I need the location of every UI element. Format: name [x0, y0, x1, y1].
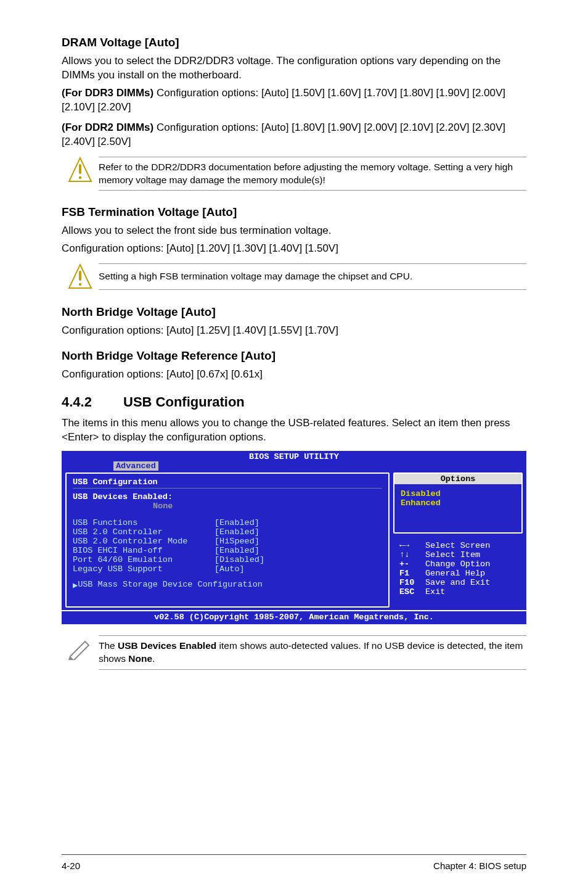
- bios-row[interactable]: Port 64/60 Emulation[Disabled]: [73, 555, 382, 564]
- svg-point-3: [79, 283, 81, 286]
- usb-title: USB Configuration: [123, 394, 245, 410]
- nbv-p1: Configuration options: [Auto] [1.25V] [1…: [62, 324, 526, 338]
- b2: None: [128, 653, 152, 664]
- help-key: +-: [399, 559, 425, 569]
- bios-row-label: USB 2.0 Controller: [73, 527, 214, 537]
- dram-ddr2: (For DDR2 DIMMs) Configuration options: …: [62, 121, 526, 149]
- bios-row-value: [Enabled]: [214, 546, 259, 555]
- bios-row-label: Port 64/60 Emulation: [73, 555, 214, 564]
- help-text: Select Item: [425, 550, 480, 559]
- bios-row-value: [Disabled]: [214, 555, 264, 564]
- fsb-warn-text: Setting a high FSB termination voltage m…: [99, 263, 526, 290]
- bios-tabbar: Advanced: [62, 461, 526, 472]
- help-text: Exit: [425, 587, 445, 596]
- bios-option[interactable]: Disabled: [401, 489, 515, 498]
- bios-left-pane: USB Configuration USB Devices Enabled: N…: [65, 472, 390, 608]
- bios-tab-advanced[interactable]: Advanced: [113, 461, 158, 471]
- bios-row[interactable]: USB Functions[Enabled]: [73, 518, 382, 527]
- help-text: Change Option: [425, 559, 490, 569]
- section-number: 4.4.2: [62, 394, 123, 410]
- nbv-title: North Bridge Voltage [Auto]: [62, 305, 526, 319]
- usb-note-text: The USB Devices Enabled item shows auto-…: [99, 635, 526, 670]
- help-text: Select Screen: [425, 541, 490, 550]
- help-text: Save and Exit: [425, 578, 490, 587]
- nbvr-p1: Configuration options: [Auto] [0.67x] [0…: [62, 368, 526, 382]
- bios-row-value: [Enabled]: [214, 518, 259, 527]
- bios-title: BIOS SETUP UTILITY: [62, 451, 526, 461]
- bios-row-value: [Auto]: [214, 564, 245, 574]
- bios-row-label: Legacy USB Support: [73, 564, 214, 574]
- bios-row-value: [Enabled]: [214, 527, 259, 537]
- nbvr-title: North Bridge Voltage Reference [Auto]: [62, 349, 526, 363]
- t1: The: [99, 640, 118, 651]
- bios-submenu[interactable]: ▶ USB Mass Storage Device Configuration: [73, 580, 382, 590]
- bios-row-label: BIOS EHCI Hand-off: [73, 546, 214, 555]
- svg-point-1: [79, 176, 81, 178]
- help-key: ←→: [399, 541, 425, 550]
- svg-rect-0: [79, 164, 81, 174]
- bios-options-box: Options Disabled Enhanced: [393, 472, 523, 534]
- warning-icon: [62, 157, 99, 184]
- bios-options-title: Options: [394, 474, 521, 484]
- warning-icon: [62, 263, 99, 291]
- dram-ddr3: (For DDR3 DIMMs) Configuration options: …: [62, 86, 526, 115]
- dram-p1: Allows you to select the DDR2/DDR3 volta…: [62, 54, 526, 83]
- bios-row-label: USB 2.0 Controller Mode: [73, 537, 214, 546]
- bios-row[interactable]: BIOS EHCI Hand-off[Enabled]: [73, 546, 382, 555]
- bios-submenu-label: USB Mass Storage Device Configuration: [78, 580, 263, 590]
- chapter-label: Chapter 4: BIOS setup: [433, 860, 526, 871]
- usb-p1: The items in this menu allows you to cha…: [62, 416, 526, 445]
- bios-devices-value: None: [153, 501, 382, 511]
- bios-row[interactable]: Legacy USB Support[Auto]: [73, 564, 382, 574]
- ddr3-label: (For DDR3 DIMMs): [62, 87, 153, 99]
- fsb-title: FSB Termination Voltage [Auto]: [62, 205, 526, 219]
- fsb-p1: Allows you to select the front side bus …: [62, 224, 526, 238]
- usb-note: The USB Devices Enabled item shows auto-…: [62, 633, 526, 674]
- dram-warning: Refer to the DDR2/DDR3 documentation bef…: [62, 154, 526, 195]
- svg-rect-2: [79, 271, 81, 281]
- fsb-p2: Configuration options: [Auto] [1.20V] [1…: [62, 242, 526, 256]
- help-text: General Help: [425, 569, 485, 578]
- dram-warn-text: Refer to the DDR2/DDR3 documentation bef…: [99, 157, 526, 191]
- help-key: F1: [399, 569, 425, 578]
- bios-row[interactable]: USB 2.0 Controller[Enabled]: [73, 527, 382, 537]
- help-key: F10: [399, 578, 425, 587]
- bios-help-box: ←→Select Screen ↑↓Select Item +-Change O…: [393, 537, 523, 600]
- ddr2-label: (For DDR2 DIMMs): [62, 122, 153, 133]
- bios-section-title: USB Configuration: [73, 477, 382, 489]
- bios-footer: v02.58 (C)Copyright 1985-2007, American …: [62, 610, 526, 624]
- bios-row-value: [HiSpeed]: [214, 537, 259, 546]
- page-footer: 4-20 Chapter 4: BIOS setup: [62, 857, 526, 871]
- t3: .: [152, 653, 155, 664]
- note-icon: [62, 635, 99, 660]
- usb-heading: 4.4.2USB Configuration: [62, 394, 526, 410]
- bios-devices-label: USB Devices Enabled:: [73, 492, 382, 501]
- bios-row[interactable]: USB 2.0 Controller Mode[HiSpeed]: [73, 537, 382, 546]
- b1: USB Devices Enabled: [118, 640, 216, 651]
- triangle-icon: ▶: [73, 580, 78, 590]
- dram-title: DRAM Voltage [Auto]: [62, 36, 526, 49]
- bios-option[interactable]: Enhanced: [401, 498, 515, 508]
- bios-row-label: USB Functions: [73, 518, 214, 527]
- bios-screenshot: BIOS SETUP UTILITY Advanced USB Configur…: [62, 451, 526, 624]
- help-key: ESC: [399, 587, 425, 596]
- fsb-warning: Setting a high FSB termination voltage m…: [62, 261, 526, 294]
- help-key: ↑↓: [399, 550, 425, 559]
- page-number: 4-20: [62, 860, 80, 871]
